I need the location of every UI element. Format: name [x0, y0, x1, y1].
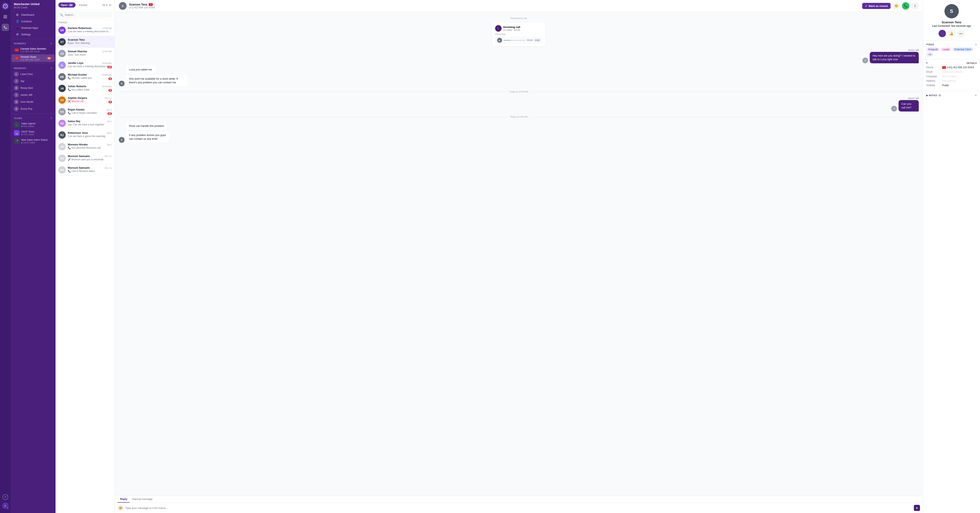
conv-item-jenifer-loys[interactable]: JL Jenifer Loys Yesterday Can we have a … — [56, 59, 115, 71]
reply-input[interactable] — [126, 507, 912, 510]
member-avatar: J — [14, 79, 19, 83]
right-panel: S Scarson Tenz Last Contacted: few secon… — [923, 0, 980, 513]
conv-item-rojan-alaska[interactable]: RA Rojan Alaska Jan 2 📞 Call to Rojan ca… — [56, 106, 115, 118]
member-item-jay[interactable]: JJay — [11, 78, 56, 84]
tag-potential[interactable]: Potential Client — [953, 47, 973, 51]
conv-item-sophia-vargara[interactable]: SV Sophia Vargara Dec 11 ❌ Missed call ⋯… — [56, 94, 115, 106]
reply-tabs: Reply Internal message — [115, 496, 923, 503]
phone-nav-icon[interactable] — [2, 24, 9, 31]
info-icon: ℹ — [915, 4, 916, 8]
conv-avatar: RJ — [58, 131, 66, 139]
phone-icon: 📞 — [940, 32, 944, 35]
member-avatar: A — [14, 99, 19, 104]
call-action-btn[interactable]: 📞 — [902, 2, 909, 10]
detail-email: Email Add email address — [926, 70, 977, 73]
conv-avatar: ME — [58, 73, 66, 80]
play-btn[interactable]: ▶ — [497, 38, 502, 43]
download-icon: 📱 — [16, 26, 19, 29]
tag-krispcall[interactable]: Krispcall — [926, 47, 940, 51]
conv-item-scarson-tenz[interactable]: ST Scarson Tenz Ryan: Tom. Morning ⋯ — [56, 36, 115, 48]
send-icon: ➤ — [916, 506, 918, 510]
conv-item-mureum-samuels[interactable]: MS Mureum Samuels Dec 11 🎤 Mureum sent y… — [56, 153, 115, 164]
mark-closed-btn[interactable]: ✓ Mark as closed — [862, 3, 891, 9]
app-logo[interactable] — [2, 2, 9, 10]
add-team-btn[interactable]: + — [51, 116, 52, 120]
team-item-new-sales-intern-teams[interactable]: 🎤 New Sales Intern Teams 11/11 online — [11, 137, 56, 145]
team-item-ui/ux-team[interactable]: 💻 UI/UX Team 7/11 online — [11, 129, 56, 137]
chevron-down-icon-details: ▾ — [926, 62, 928, 64]
right-call-btn[interactable]: 📞 — [939, 30, 946, 37]
menu-item-download[interactable]: 📱 Dowload Apps — [12, 25, 54, 31]
menu-item-contacts[interactable]: 👤 Contacts — [12, 18, 54, 24]
tag-leads[interactable]: Leads — [940, 47, 951, 51]
member-item-aron-hwoth[interactable]: AAron Hwoth — [11, 99, 56, 105]
msg-row-out-2: Can you call me? J — [885, 100, 919, 112]
conv-item-mureum-samuels[interactable]: MS Mureum Samuels Dec 11 📞 Call to Mureu… — [56, 164, 115, 176]
add-note-btn[interactable]: + — [975, 94, 977, 97]
conv-badge: 2 — [108, 89, 112, 92]
menu-item-dashboard[interactable]: ⊞ Dashboard — [12, 12, 54, 18]
info-action-btn[interactable]: ℹ — [912, 2, 919, 10]
add-number-btn[interactable]: + — [51, 42, 52, 45]
progress-bar[interactable] — [504, 40, 525, 41]
conv-item-saina-sky[interactable]: SS Saina Sky Jan1 Jay: Can we have a luc… — [56, 118, 115, 129]
tab-reply[interactable]: Reply — [118, 496, 130, 503]
tag-more[interactable]: +4 — [926, 53, 933, 57]
msg-bubble-in-3: Rose can handle this problem — [126, 122, 167, 130]
team-avatar: 💻 — [14, 130, 20, 136]
chat-messages: Received by Jay 📞 Incoming call 11 mins … — [115, 12, 923, 495]
add-nav-icon[interactable]: + — [2, 494, 8, 500]
conversation-panel: Open 20 Closed All ▾ ✏ 🔍 PINNED DR Darle… — [56, 0, 115, 513]
recording-bar: ▶ 99:99 1.5x — [495, 37, 542, 44]
member-item-luise-(you)[interactable]: LLuise (You) — [11, 71, 56, 78]
team-avatar: 🎧 — [14, 122, 20, 127]
company-name: Manchester United — [11, 2, 56, 6]
open-label: Open — [61, 3, 68, 6]
conv-item-julian-roberts[interactable]: JR Julian Roberts Yesterday 📞 You called… — [56, 83, 115, 94]
tab-internal[interactable]: Internal message — [130, 496, 155, 503]
search-input[interactable] — [58, 12, 112, 18]
menu-item-settings[interactable]: ⚙ Settings — [12, 31, 54, 37]
search-icon: 🔍 — [60, 13, 63, 16]
member-item-sunny-roy[interactable]: SSunny Roy — [11, 105, 56, 112]
closed-filter-btn[interactable]: Closed — [77, 2, 89, 8]
right-notify-btn[interactable]: 🔔 — [948, 30, 955, 37]
add-tag-btn[interactable]: + — [975, 43, 977, 46]
conv-item-sumail-sharma[interactable]: SS Sumail Sharma 12:00 AM Joey: Just rea… — [56, 48, 115, 59]
smiley-action-btn[interactable]: 🙂 — [892, 2, 900, 10]
grid-nav-icon[interactable] — [2, 13, 9, 21]
msg-bubble-in-4: If any problem arrives you guys can cont… — [126, 131, 169, 143]
conv-item-darlene-robertson[interactable]: DR Darlene Robertson 12:00 AM Can we hav… — [56, 24, 115, 36]
numbers-section-header: NUMBERS + — [11, 40, 56, 46]
right-more-btn[interactable]: ••• — [957, 30, 965, 37]
user-avatar-narrow[interactable]: L — [2, 502, 9, 509]
conv-header: Open 20 Closed All ▾ ✏ — [56, 0, 115, 10]
conv-item-robertson-joss[interactable]: RJ Robertson Joss Jan1 Can we have a gam… — [56, 129, 115, 141]
msg-bubble-out-1: Hey how are you doing? I needed to talk … — [870, 52, 919, 63]
conv-item-michael-essien[interactable]: ME Michael Essien Yesterday 📞 Michael ca… — [56, 71, 115, 83]
compose-icon[interactable]: ✏ — [109, 3, 112, 7]
member-item-james-jeff[interactable]: JJames Jeff — [11, 91, 56, 99]
chat-header: S Scarson Tenz 🇨🇭 (+1) 412 656 123 XXXX … — [115, 0, 923, 12]
team-item-sales-agents[interactable]: 🎧 Sales Agents 0/11 online — [11, 121, 56, 129]
open-filter-btn[interactable]: Open 20 — [58, 2, 76, 8]
incoming-call-icon: 📞 — [495, 25, 502, 32]
conv-more-btn[interactable]: ⋯ — [109, 38, 112, 41]
emoji-btn[interactable]: 😊 — [118, 505, 123, 511]
msg-bubble-out-2: Can you call me? — [899, 100, 919, 112]
conv-item-mureum-hisoka[interactable]: MH Mureum Hisoka Jan1 📞 You declined Mur… — [56, 141, 115, 153]
msg-bubble-in-2: She won't be available for a short while… — [126, 75, 188, 86]
member-avatar: R — [14, 86, 19, 91]
conv-badge: 6 — [108, 101, 112, 104]
msg-avatar-contact-2: S — [119, 137, 124, 143]
send-btn[interactable]: ➤ — [914, 505, 920, 511]
number-item-torento[interactable]: 🍁 Torento Team (+1) 452 245 XXXX 99 — [11, 54, 55, 62]
member-item-rossy-dest[interactable]: RRossy Dest — [11, 84, 56, 91]
number-item-canada[interactable]: 🍁 Canada Sales Number (+1) 452 145 XXXX — [11, 46, 55, 54]
filter-all-btn[interactable]: All ▾ — [102, 3, 107, 6]
settings-icon: ⚙ — [16, 33, 19, 36]
add-member-btn[interactable]: + — [51, 67, 52, 70]
company-credit: $4.00 Credit — [11, 6, 56, 11]
conv-badge: 8 — [108, 77, 112, 80]
right-contact-header: S Scarson Tenz Last Contacted: few secon… — [923, 0, 980, 41]
